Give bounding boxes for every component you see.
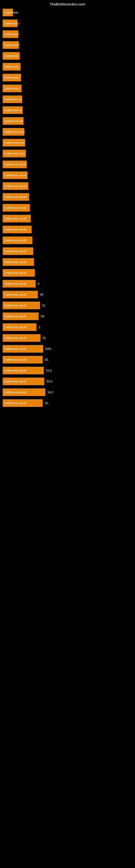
bar-value: 54.2 (48, 391, 53, 394)
bar-row: Bottleneck r (3, 18, 132, 29)
bar-label: Bottleneck resu (3, 128, 24, 135)
bar-label: Bottleneck resu (3, 139, 25, 147)
bar-row: Bottleneck result (3, 246, 132, 256)
bar-row: Bottleneck result49 (3, 311, 132, 321)
bar-row: Bottleneck result53.6 (3, 376, 132, 386)
bar-row: Bottleneck result54.2 (3, 387, 132, 397)
bar-label: Bottleneck r (3, 20, 17, 27)
bar-label: Bottleneck result (3, 389, 45, 396)
bar-label: Bottleneck r (3, 85, 21, 92)
site-title: TheBottlenecker.com (0, 0, 135, 7)
bar-row: Bottleneck result (3, 159, 132, 169)
chart-area: BottleneckBottleneck rBottleneck rBottle… (0, 7, 135, 408)
bar-row: Bottleneck result (3, 268, 132, 278)
bar-label: Bottleneck result (3, 312, 39, 320)
bar-label: Bottleneck result (3, 269, 35, 277)
bar-label: Bottleneck result (3, 356, 43, 364)
bar-label: Bottleneck result (3, 302, 40, 309)
bar-row: Bottleneck re (3, 105, 132, 115)
bar-label: Bottleneck result (3, 161, 27, 168)
bar-row: Bottleneck result49 (3, 289, 132, 300)
bar-row: Bottleneck resu (3, 137, 132, 148)
bar-value: 53.6 (46, 380, 52, 383)
bar-row: Bottleneck result52. (3, 354, 132, 365)
bar-label: Bottleneck (3, 9, 13, 16)
header: TheBottlenecker.com (0, 0, 135, 7)
bar-row: Bottleneck result51 (3, 300, 132, 311)
bar-label: Bottleneck result (3, 215, 31, 222)
bar-row: Bottleneck result (3, 192, 132, 202)
bar-value: 49 (40, 293, 43, 296)
bar-value: 51 (43, 336, 46, 340)
bar-row: Bottleneck r (3, 83, 132, 94)
bar-row: Bottleneck result52. (3, 398, 132, 408)
bar-label: Bottleneck result (3, 323, 37, 331)
bar-label: Bottleneck result (3, 182, 28, 190)
bar-label: Bottleneck result (3, 367, 44, 374)
bar-label: Bottleneck result (3, 280, 36, 287)
bar-row: Bottleneck result4 (3, 279, 132, 289)
bar-row: Bottleneck result (3, 224, 132, 235)
bar-label: Bottleneck r (3, 52, 20, 60)
bar-label: Bottleneck result (3, 399, 43, 407)
bar-row: Bottleneck result (3, 181, 132, 191)
bar-row: Bottleneck resu (3, 148, 132, 159)
bar-row: Bottleneck result (3, 170, 132, 180)
bar-value: 53% (45, 347, 51, 350)
bar-value: 52. (45, 401, 49, 405)
bar-label: Bottleneck result (3, 193, 29, 201)
bar-row: Bottleneck r (3, 40, 132, 50)
bar-label: Bottleneck result (3, 237, 32, 244)
bar-value: 49 (41, 315, 44, 318)
bar-row: Bottleneck result (3, 203, 132, 213)
bar-value: 53.3 (46, 369, 52, 372)
bar-row: Bottleneck result (3, 235, 132, 246)
bar-label: Bottleneck re (3, 95, 22, 103)
bar-label: Bottleneck r (3, 30, 18, 38)
bar-label: Bottleneck res (3, 117, 24, 125)
bar-value: 51 (42, 304, 45, 307)
bar-row: Bottleneck resu (3, 127, 132, 137)
bar-label: Bottleneck r (3, 74, 21, 82)
bar-label: Bottleneck r (3, 41, 19, 49)
bar-label: Bottleneck result (3, 226, 32, 233)
bar-value: 2 (39, 326, 40, 329)
bar-label: Bottleneck result (3, 378, 44, 385)
bar-label: Bottleneck result (3, 334, 41, 342)
bar-label: Bottleneck result (3, 258, 34, 266)
bar-row: Bottleneck result (3, 257, 132, 267)
bar-label: Bottleneck result (3, 172, 28, 179)
bar-row: Bottleneck r (3, 29, 132, 39)
bar-row: Bottleneck result51 (3, 333, 132, 343)
bar-row: Bottleneck result53.3 (3, 365, 132, 376)
bar-row: Bottleneck result53% (3, 344, 132, 354)
bar-row: Bottleneck re (3, 94, 132, 104)
bar-label: Bottleneck r (3, 63, 20, 70)
bar-row: Bottleneck (3, 7, 132, 18)
bar-row: Bottleneck r (3, 72, 132, 83)
bar-row: Bottleneck result2 (3, 322, 132, 332)
bar-row: Bottleneck r (3, 51, 132, 61)
bar-label: Bottleneck result (3, 291, 38, 299)
bar-label: Bottleneck resu (3, 150, 26, 157)
bar-value: 4 (38, 282, 39, 285)
bar-label: Bottleneck result (3, 204, 30, 212)
bar-row: Bottleneck result (3, 214, 132, 224)
bar-label: Bottleneck result (3, 247, 33, 255)
bar-row: Bottleneck r (3, 62, 132, 72)
bar-row: Bottleneck res (3, 116, 132, 126)
bar-value: 52. (45, 358, 49, 361)
bar-label: Bottleneck re (3, 106, 23, 114)
bar-label: Bottleneck result (3, 345, 43, 352)
